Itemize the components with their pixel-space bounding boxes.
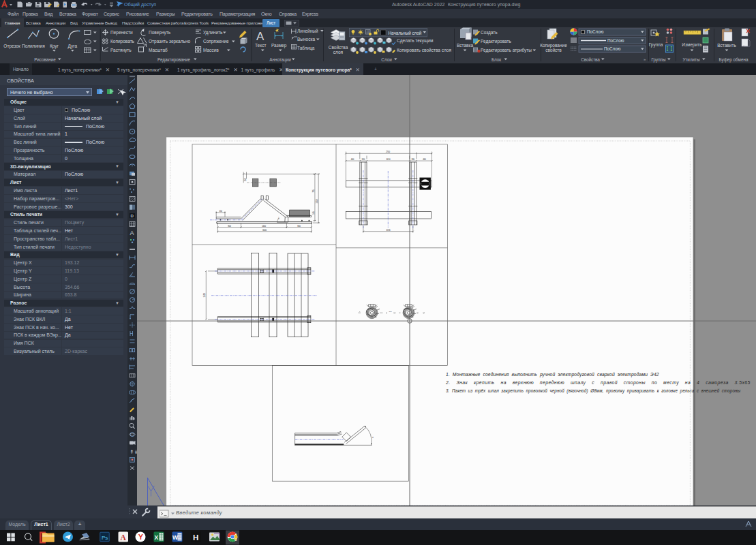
- svg-text:Массив: Массив: [203, 48, 219, 52]
- svg-text:Рисование: Рисование: [34, 57, 56, 62]
- svg-text:Круг: Круг: [50, 44, 59, 49]
- svg-text:D: D: [131, 214, 134, 218]
- svg-text:150: 150: [219, 210, 222, 213]
- svg-text:Отрезок: Отрезок: [3, 44, 20, 49]
- svg-text:Размер: Размер: [271, 43, 287, 48]
- svg-text:Сделать текущим: Сделать текущим: [397, 38, 434, 44]
- svg-text:Буфер обмена: Буфер обмена: [719, 57, 749, 63]
- svg-text:3000: 3000: [262, 229, 267, 232]
- svg-text:Таблица: Таблица: [297, 46, 315, 51]
- svg-text:Создать: Создать: [481, 30, 498, 35]
- svg-text:1410: 1410: [386, 157, 391, 160]
- svg-text:Блок: Блок: [492, 57, 501, 62]
- svg-text:ПоСлою: ПоСлою: [607, 38, 624, 43]
- svg-text:Повернуть: Повернуть: [149, 30, 171, 35]
- svg-text:Слои: Слои: [381, 57, 392, 62]
- svg-text:Группы: Группы: [652, 57, 666, 63]
- svg-text:800: 800: [297, 224, 301, 227]
- svg-text:Начальный слой: Начальный слой: [389, 31, 422, 35]
- svg-text:460: 460: [423, 157, 426, 160]
- svg-text:565: 565: [312, 211, 315, 214]
- svg-text:A: A: [130, 229, 134, 236]
- svg-text:X: X: [155, 534, 159, 541]
- svg-text:Редактировать: Редактировать: [481, 39, 512, 44]
- svg-text:Аннотации: Аннотации: [269, 57, 291, 63]
- svg-text:800: 800: [228, 224, 231, 227]
- svg-text:Редактирование: Редактирование: [157, 57, 190, 63]
- svg-text:Выноска: Выноска: [297, 37, 315, 42]
- svg-text:свойств: свойств: [545, 48, 562, 52]
- svg-text:1596: 1596: [386, 228, 391, 231]
- svg-text:Свойства: Свойства: [581, 57, 600, 62]
- svg-text:Перенести: Перенести: [110, 30, 133, 35]
- svg-text:Копировать свойства слоя: Копировать свойства слоя: [397, 48, 451, 53]
- svg-text:Удлинить: Удлинить: [203, 30, 223, 35]
- svg-text:Y: Y: [138, 533, 144, 541]
- svg-text:Полилиния: Полилиния: [22, 44, 45, 48]
- svg-text:Вставка: Вставка: [457, 43, 474, 48]
- svg-text:Измерить: Измерить: [682, 42, 702, 48]
- svg-text:Линейный: Линейный: [297, 29, 318, 33]
- svg-text:Сопряжение: Сопряжение: [203, 39, 229, 44]
- svg-text:Утилиты: Утилиты: [682, 57, 699, 62]
- svg-text:Копировать: Копировать: [110, 39, 135, 44]
- svg-text:1400: 1400: [262, 224, 267, 227]
- svg-text:Отразить зеркально: Отразить зеркально: [149, 39, 190, 44]
- svg-text:ПоСлою: ПоСлою: [604, 46, 621, 51]
- svg-text:1520: 1520: [203, 292, 206, 297]
- svg-text:800: 800: [389, 311, 393, 313]
- svg-text:Дуга: Дуга: [67, 44, 77, 49]
- svg-text:785: 785: [312, 189, 315, 192]
- svg-text:Вставить: Вставить: [717, 43, 736, 48]
- svg-text:1350: 1350: [316, 198, 318, 203]
- svg-text:180: 180: [362, 157, 365, 160]
- svg-text:Масштаб: Масштаб: [149, 48, 168, 52]
- svg-text:180: 180: [411, 157, 414, 160]
- svg-text:Свойства: Свойства: [329, 45, 348, 50]
- svg-text:»: »: [644, 57, 646, 61]
- svg-text:Ps: Ps: [102, 535, 108, 541]
- svg-text:2700: 2700: [386, 151, 391, 153]
- svg-text:W: W: [172, 534, 179, 541]
- svg-text:Е: Е: [235, 538, 237, 542]
- svg-text:460: 460: [351, 157, 354, 160]
- svg-text:Группа: Группа: [649, 42, 663, 48]
- svg-text:А: А: [256, 30, 264, 43]
- svg-text:ПоСлою: ПоСлою: [587, 29, 604, 34]
- svg-text:слоя: слоя: [333, 50, 344, 54]
- svg-text:↟↡: ↟↡: [130, 448, 137, 454]
- svg-text:150: 150: [244, 178, 247, 181]
- svg-text:Растянуть: Растянуть: [110, 48, 132, 53]
- svg-text:H: H: [193, 533, 198, 542]
- svg-text:A: A: [121, 533, 127, 542]
- svg-text:Текст: Текст: [255, 43, 266, 48]
- svg-text:Редактировать атрибуты: Редактировать атрибуты: [481, 48, 532, 53]
